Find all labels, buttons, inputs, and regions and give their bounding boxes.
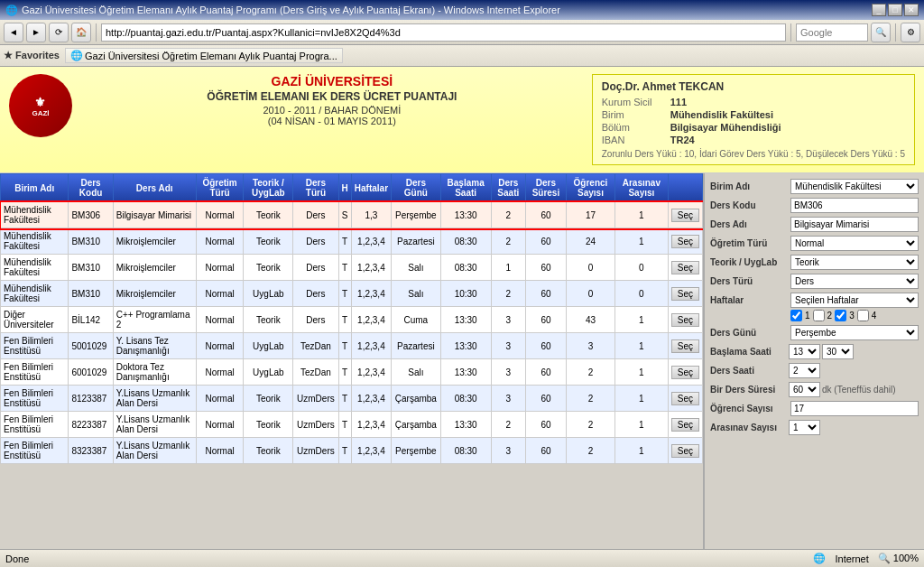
panel-ogretim-select[interactable]: Normal bbox=[790, 236, 919, 251]
sec-button[interactable]: Seç bbox=[671, 366, 699, 379]
bolum-row: Bölüm Bilgisayar Mühendisliği bbox=[602, 122, 905, 133]
table-cell: 2 bbox=[566, 359, 614, 386]
col-haftalar: Haftalar bbox=[351, 174, 391, 202]
table-row: Mühendislik FakültesiBM306Bilgisayar Mim… bbox=[1, 202, 703, 228]
table-cell-action[interactable]: Seç bbox=[668, 281, 702, 307]
table-cell: Mikroişlemciler bbox=[113, 255, 196, 281]
search-button[interactable]: 🔍 bbox=[871, 23, 891, 42]
panel-gun-label: Ders Günü bbox=[710, 328, 787, 338]
sec-button[interactable]: Seç bbox=[671, 313, 699, 327]
hafta1-checkbox[interactable] bbox=[790, 310, 802, 321]
panel-birim-select[interactable]: Mühendislik Fakültesi bbox=[790, 179, 919, 194]
address-bar[interactable] bbox=[101, 23, 786, 42]
back-button[interactable]: ◄ bbox=[4, 23, 23, 42]
sec-button[interactable]: Seç bbox=[671, 287, 699, 301]
table-row: Diğer ÜniversitelerBİL142C++ Programlama… bbox=[1, 307, 703, 333]
table-cell: Teorik bbox=[244, 202, 293, 228]
table-cell: Salı bbox=[392, 281, 441, 307]
sicil-row: Kurum Sicil 111 bbox=[602, 97, 905, 107]
panel-dersturu-select[interactable]: Ders bbox=[790, 274, 919, 289]
page-header: ⚜ GAZİ GAZİ ÜNİVERSİTESİ ÖĞRETİM ELEMANI… bbox=[0, 67, 924, 173]
hafta2-checkbox[interactable] bbox=[813, 310, 825, 321]
sec-button[interactable]: Seç bbox=[671, 235, 699, 248]
window-controls[interactable]: _ □ ✕ bbox=[872, 4, 919, 16]
panel-baslama-label: Başlama Saati bbox=[710, 347, 787, 357]
panel-ogrenci-input[interactable] bbox=[790, 401, 919, 416]
birim-row: Birim Mühendislik Fakültesi bbox=[602, 109, 905, 120]
table-cell: 13:30 bbox=[440, 202, 491, 228]
tools-button[interactable]: ⚙ bbox=[901, 23, 920, 42]
table-cell-action[interactable]: Seç bbox=[668, 228, 702, 255]
separator1 bbox=[96, 23, 97, 42]
close-button[interactable]: ✕ bbox=[904, 4, 919, 16]
sec-button[interactable]: Seç bbox=[671, 392, 699, 405]
table-cell: 13:30 bbox=[440, 412, 491, 438]
hafta3-checkbox[interactable] bbox=[835, 310, 846, 321]
sec-button[interactable]: Seç bbox=[671, 444, 699, 458]
table-cell: Y.Lisans Uzmanlık Alan Dersi bbox=[113, 438, 196, 464]
sec-button[interactable]: Seç bbox=[671, 261, 699, 274]
refresh-button[interactable]: ⟳ bbox=[49, 23, 69, 42]
logo-text: GAZİ bbox=[32, 109, 49, 117]
table-cell-action[interactable]: Seç bbox=[668, 333, 702, 359]
home-button[interactable]: 🏠 bbox=[71, 23, 91, 42]
table-cell: 2 bbox=[491, 281, 525, 307]
panel-baslama-saat-select[interactable]: 13 bbox=[789, 344, 820, 359]
table-cell: 2 bbox=[491, 412, 525, 438]
table-cell: UzmDers bbox=[293, 412, 338, 438]
table-cell: Normal bbox=[196, 228, 244, 255]
table-cell: 2 bbox=[566, 412, 614, 438]
table-cell: BİL142 bbox=[69, 307, 113, 333]
table-cell: UygLab bbox=[244, 281, 293, 307]
title3: 2010 - 2011 / BAHAR DÖNEMİ bbox=[90, 105, 574, 116]
table-body: Mühendislik FakültesiBM306Bilgisayar Mim… bbox=[1, 202, 703, 464]
table-cell: 8123387 bbox=[69, 386, 113, 412]
table-cell: 2 bbox=[566, 386, 614, 412]
table-cell-action[interactable]: Seç bbox=[668, 412, 702, 438]
panel-haftalar-label: Haftalar bbox=[710, 295, 787, 305]
panel-derssaati-select[interactable]: 2 bbox=[789, 363, 820, 378]
panel-baslama-dakika-select[interactable]: 30 bbox=[822, 344, 854, 359]
table-cell-action[interactable]: Seç bbox=[668, 202, 702, 228]
panel-haftalar-select[interactable]: Seçilen Haftalar bbox=[790, 293, 919, 308]
table-cell-action[interactable]: Seç bbox=[668, 386, 702, 412]
panel-arasinav-label: Arasınav Sayısı bbox=[710, 423, 787, 432]
table-cell: 10:30 bbox=[440, 281, 491, 307]
right-panel: Birim Adı Mühendislik Fakültesi Ders Kod… bbox=[703, 173, 924, 549]
panel-gun-select[interactable]: Perşembe bbox=[790, 325, 919, 340]
status-right: 🌐 Internet 🔍 100% bbox=[813, 553, 919, 564]
table-cell-action[interactable]: Seç bbox=[668, 359, 702, 386]
panel-haftalar-row: Haftalar Seçilen Haftalar bbox=[710, 293, 919, 308]
search-box[interactable] bbox=[796, 23, 868, 42]
minimize-button[interactable]: _ bbox=[872, 4, 886, 16]
col-ogretim: Öğretim Türü bbox=[196, 174, 244, 202]
panel-derssaati-label: Ders Saati bbox=[710, 366, 787, 376]
table-cell-action[interactable]: Seç bbox=[668, 438, 702, 464]
table-cell: 08:30 bbox=[440, 255, 491, 281]
hafta4-checkbox[interactable] bbox=[857, 310, 869, 321]
panel-sure-select[interactable]: 60 bbox=[789, 382, 820, 397]
table-cell: 17 bbox=[566, 202, 614, 228]
panel-dersadi-input[interactable] bbox=[790, 217, 919, 232]
table-cell: 1 bbox=[615, 386, 669, 412]
panel-arasinav-select[interactable]: 1 bbox=[789, 420, 820, 435]
panel-kod-input[interactable] bbox=[790, 198, 919, 213]
table-cell: 08:30 bbox=[440, 228, 491, 255]
favorite-item[interactable]: 🌐 Gazi Üniversitesi Öğretim Elemanı Aylı… bbox=[65, 48, 343, 63]
favorites-bar: ★ Favorites 🌐 Gazi Üniversitesi Öğretim … bbox=[0, 45, 924, 67]
maximize-button[interactable]: □ bbox=[888, 4, 902, 16]
table-cell-action[interactable]: Seç bbox=[668, 255, 702, 281]
col-birim: Birim Adı bbox=[1, 174, 69, 202]
table-cell: 24 bbox=[566, 228, 614, 255]
sec-button[interactable]: Seç bbox=[671, 339, 699, 353]
table-row: Mühendislik FakültesiBM310Mikroişlemcile… bbox=[1, 281, 703, 307]
sec-button[interactable]: Seç bbox=[671, 418, 699, 432]
sec-button[interactable]: Seç bbox=[671, 209, 699, 222]
forward-button[interactable]: ► bbox=[26, 23, 46, 42]
panel-sure-label: Bir Ders Süresi bbox=[710, 385, 787, 395]
panel-teorik-label: Teorik / UygLab bbox=[710, 257, 787, 267]
table-cell: UygLab bbox=[244, 333, 293, 359]
panel-teorik-select[interactable]: Teorik bbox=[790, 255, 919, 270]
table-cell: 1 bbox=[615, 202, 669, 228]
table-cell-action[interactable]: Seç bbox=[668, 307, 702, 333]
